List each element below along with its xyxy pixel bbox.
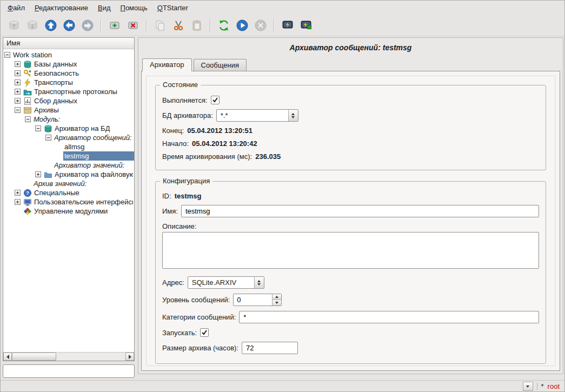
cut-button[interactable] xyxy=(170,17,187,34)
archiving-time-value: 236.035 xyxy=(255,152,281,161)
tree-column-header[interactable]: Имя xyxy=(3,38,134,49)
vca-development-button[interactable] xyxy=(298,17,314,34)
menu-edit[interactable]: Редактирование xyxy=(30,2,93,14)
tree-item-user-interfaces[interactable]: Пользовательские интерфейсы xyxy=(3,197,134,207)
protocols-icon xyxy=(23,88,32,96)
collapse-icon[interactable] xyxy=(4,52,10,58)
tree-item-fs-archiver[interactable]: Архиватор на файловую систему xyxy=(3,170,134,179)
tab-panel: Состояние Выполняется: БД архиватора: *.… xyxy=(141,71,560,371)
collapse-icon[interactable] xyxy=(15,107,21,113)
back-button[interactable] xyxy=(61,17,77,34)
archiver-db-label: БД архиватора: xyxy=(162,111,213,119)
address-combobox[interactable]: SQLite.ARXIV xyxy=(188,276,264,289)
start-button[interactable] xyxy=(234,17,250,34)
expand-icon[interactable] xyxy=(15,61,21,67)
menu-bar: Файл Редактирование Вид Помощь QTStarter xyxy=(1,1,564,15)
expand-icon[interactable] xyxy=(15,98,21,104)
application-window: { "menu": { "items": ["Файл", "Редактиро… xyxy=(0,0,565,392)
main-panel: Архиватор сообщений: testmsg Архиватор С… xyxy=(138,37,563,374)
state-group-title: Состояние xyxy=(160,81,201,89)
tree-item-message-archiver-category[interactable]: Архиватор сообщений: xyxy=(3,133,134,142)
paste-button[interactable] xyxy=(189,17,205,34)
scrollbar-track[interactable] xyxy=(12,353,125,361)
tree-item-label: testmsg xyxy=(64,152,89,160)
special-icon: ? xyxy=(23,189,32,197)
copy-button[interactable] xyxy=(152,17,168,34)
message-level-spinbox[interactable] xyxy=(233,294,282,306)
archive-size-input[interactable] xyxy=(242,342,298,354)
collapse-icon[interactable] xyxy=(35,125,41,131)
vca-runtime-button[interactable] xyxy=(280,17,296,34)
menu-qtstarter[interactable]: QTStarter xyxy=(152,2,193,14)
tree-item-work-station[interactable]: Work station xyxy=(3,50,134,59)
toolbar-separator xyxy=(210,19,211,32)
archive-size-label: Размер архива (часов): xyxy=(162,344,238,352)
tree-item-security[interactable]: Безопасность xyxy=(3,69,134,78)
status-dropdown-button[interactable] xyxy=(523,382,533,391)
tree-item-data-acquisition[interactable]: Сбор данных xyxy=(3,96,134,105)
tree-item-testmsg[interactable]: testmsg xyxy=(3,151,134,161)
forward-button[interactable] xyxy=(79,17,96,34)
scroll-left-button[interactable] xyxy=(3,353,12,361)
tab-archiver[interactable]: Архиватор xyxy=(142,58,192,71)
refresh-button[interactable] xyxy=(216,17,232,34)
menu-file[interactable]: Файл xyxy=(3,2,30,14)
tree-item-label: Архиватор на БД xyxy=(55,124,110,132)
current-user[interactable]: root xyxy=(548,382,560,390)
spin-up-icon[interactable] xyxy=(272,294,281,300)
page-title: Архиватор сообщений: testmsg xyxy=(138,43,563,52)
message-categories-input[interactable] xyxy=(239,311,539,323)
tree-item-label: Архив значений: xyxy=(34,180,87,188)
spin-down-icon[interactable] xyxy=(272,300,281,305)
tree-item-transports[interactable]: Транспорты xyxy=(3,78,134,87)
name-input[interactable] xyxy=(181,205,539,217)
tree-item-db-archiver[interactable]: Архиватор на БД xyxy=(3,124,134,133)
expand-icon[interactable] xyxy=(15,79,21,85)
tree-item-value-archive-category[interactable]: Архив значений: xyxy=(3,179,134,188)
transports-icon xyxy=(23,78,32,87)
message-level-label: Уровень сообщений: xyxy=(162,296,230,304)
tree-item-label: Сбор данных xyxy=(34,97,77,105)
tree-item-transport-protocols[interactable]: Транспортные протоколы xyxy=(3,87,134,96)
tree-item-allmsg[interactable]: allmsg xyxy=(3,142,134,151)
state-groupbox: Состояние Выполняется: БД архиватора: *.… xyxy=(155,85,546,170)
expand-icon[interactable] xyxy=(15,190,21,196)
tree-item-value-archiver-category[interactable]: Архиватор значений: xyxy=(3,161,134,170)
tab-messages[interactable]: Сообщения xyxy=(194,59,247,71)
expand-icon[interactable] xyxy=(15,89,21,95)
archiver-db-combobox[interactable]: *.* xyxy=(216,109,298,122)
tree-item-label: allmsg xyxy=(64,143,85,151)
tree-item-special[interactable]: ? Специальные xyxy=(3,188,134,197)
menu-view[interactable]: Вид xyxy=(93,2,116,14)
message-level-input[interactable] xyxy=(234,294,272,305)
running-checkbox[interactable] xyxy=(211,96,220,104)
expand-icon[interactable] xyxy=(15,70,21,76)
description-textarea[interactable] xyxy=(162,232,539,269)
tree-item-module-category[interactable]: Модуль: xyxy=(3,115,134,124)
scrollbar-thumb[interactable] xyxy=(12,353,56,361)
add-button[interactable] xyxy=(107,17,123,34)
expand-icon[interactable] xyxy=(35,171,41,177)
expand-icon[interactable] xyxy=(15,199,21,205)
up-button[interactable] xyxy=(43,17,59,34)
menu-help[interactable]: Помощь xyxy=(116,2,152,14)
collapse-icon[interactable] xyxy=(25,116,31,122)
combo-arrows-icon[interactable] xyxy=(254,277,264,288)
tree-item-label: Транспортные протоколы xyxy=(34,88,117,96)
tree-item-archives[interactable]: Архивы xyxy=(3,105,134,115)
tree-filter-input[interactable] xyxy=(3,364,135,378)
to-start-checkbox[interactable] xyxy=(200,328,209,337)
tree-item-label: Архиватор значений: xyxy=(54,161,124,169)
tree-item-module-management[interactable]: Управление модулями xyxy=(3,207,134,216)
tree-item-databases[interactable]: Базы данных xyxy=(3,59,134,69)
delete-button[interactable] xyxy=(125,17,141,34)
load-button[interactable] xyxy=(6,17,22,34)
collapse-icon[interactable] xyxy=(45,135,51,141)
scroll-right-button[interactable] xyxy=(125,353,134,361)
archiver-db-value: *.* xyxy=(217,110,288,121)
combo-arrows-icon[interactable] xyxy=(288,110,298,121)
stop-button[interactable] xyxy=(252,17,269,34)
description-label: Описание: xyxy=(162,222,196,230)
tree-horizontal-scrollbar[interactable] xyxy=(3,352,134,361)
save-button[interactable] xyxy=(24,17,41,34)
